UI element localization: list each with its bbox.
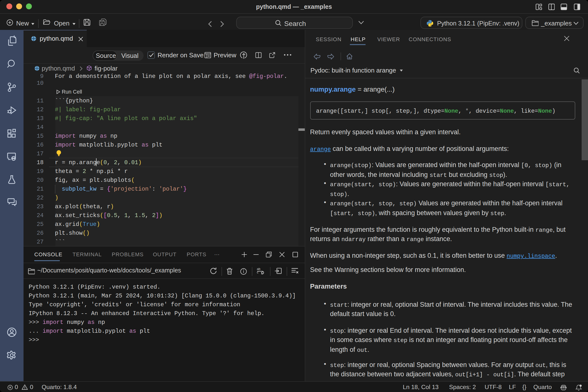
svg-text:ab: ab	[257, 268, 260, 271]
svg-text:c: c	[257, 270, 258, 274]
